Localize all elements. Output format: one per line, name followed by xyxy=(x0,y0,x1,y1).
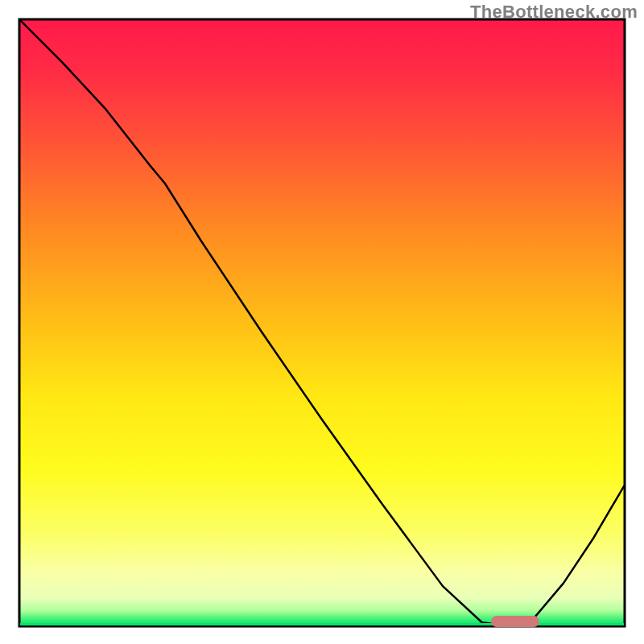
bottleneck-plot xyxy=(0,0,644,644)
gradient-background xyxy=(20,20,624,625)
watermark-text: TheBottleneck.com xyxy=(470,2,638,23)
optimal-range-marker xyxy=(491,616,539,627)
chart-stage: TheBottleneck.com xyxy=(0,0,644,644)
